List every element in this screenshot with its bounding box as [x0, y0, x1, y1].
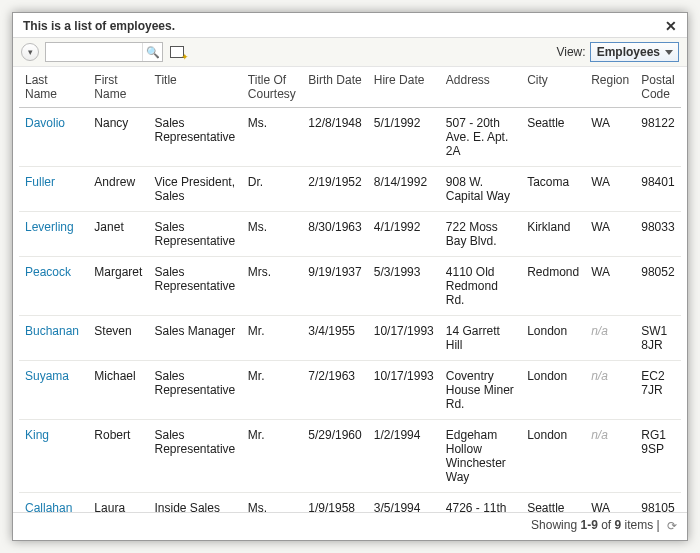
cell-hire: 10/17/1993: [368, 361, 440, 420]
row-link[interactable]: Buchanan: [25, 324, 79, 338]
column-header[interactable]: Birth Date: [302, 67, 367, 108]
cell-birth: 5/29/1960: [302, 420, 367, 493]
cell-title: Sales Representative: [149, 361, 242, 420]
cell-first-name: Robert: [88, 420, 148, 493]
cell-hire: 3/5/1994: [368, 493, 440, 513]
toolbar: ▾ 🔍 View: Employees: [13, 38, 687, 67]
cell-last-name[interactable]: Callahan: [19, 493, 88, 513]
cell-last-name[interactable]: Fuller: [19, 167, 88, 212]
cell-birth: 1/9/1958: [302, 493, 367, 513]
row-link[interactable]: Fuller: [25, 175, 55, 189]
view-select-value: Employees: [597, 45, 660, 59]
employees-table: Last NameFirst NameTitleTitle Of Courtes…: [19, 67, 681, 512]
cell-last-name[interactable]: Leverling: [19, 212, 88, 257]
close-icon[interactable]: ✕: [665, 19, 677, 33]
cell-last-name[interactable]: Peacock: [19, 257, 88, 316]
cell-first-name: Laura: [88, 493, 148, 513]
cell-first-name: Margaret: [88, 257, 148, 316]
footer-suffix: items |: [621, 518, 659, 532]
row-link[interactable]: Callahan: [25, 501, 72, 512]
cell-courtesy: Dr.: [242, 167, 303, 212]
row-link[interactable]: King: [25, 428, 49, 442]
table-row: SuyamaMichaelSales RepresentativeMr.7/2/…: [19, 361, 681, 420]
cell-courtesy: Mr.: [242, 361, 303, 420]
view-select[interactable]: Employees: [590, 42, 679, 62]
table-row: LeverlingJanetSales RepresentativeMs.8/3…: [19, 212, 681, 257]
table-header: Last NameFirst NameTitleTitle Of Courtes…: [19, 67, 681, 108]
cell-postal: RG1 9SP: [635, 420, 681, 493]
cell-region: n/a: [585, 361, 635, 420]
cell-address: 908 W. Capital Way: [440, 167, 521, 212]
column-header[interactable]: Title: [149, 67, 242, 108]
cell-city: Seattle: [521, 493, 585, 513]
new-record-icon[interactable]: [169, 44, 187, 60]
footer: Showing 1-9 of 9 items | ⟳: [13, 512, 687, 540]
column-header[interactable]: First Name: [88, 67, 148, 108]
cell-region: WA: [585, 212, 635, 257]
cell-city: Tacoma: [521, 167, 585, 212]
cell-first-name: Steven: [88, 316, 148, 361]
view-label: View:: [556, 45, 585, 59]
footer-prefix: Showing: [531, 518, 580, 532]
footer-of: of: [598, 518, 615, 532]
row-link[interactable]: Peacock: [25, 265, 71, 279]
cell-title: Vice President, Sales: [149, 167, 242, 212]
cell-address: 4110 Old Redmond Rd.: [440, 257, 521, 316]
cell-address: 14 Garrett Hill: [440, 316, 521, 361]
column-header[interactable]: Last Name: [19, 67, 88, 108]
column-header[interactable]: Title Of Courtesy: [242, 67, 303, 108]
table-row: FullerAndrewVice President, SalesDr.2/19…: [19, 167, 681, 212]
cell-courtesy: Mr.: [242, 420, 303, 493]
cell-title: Sales Manager: [149, 316, 242, 361]
cell-postal: EC2 7JR: [635, 361, 681, 420]
cell-city: London: [521, 420, 585, 493]
column-header[interactable]: Postal Code: [635, 67, 681, 108]
search-input[interactable]: [46, 43, 142, 61]
table-row: CallahanLauraInside Sales CoordinatorMs.…: [19, 493, 681, 513]
table-row: DavolioNancySales RepresentativeMs.12/8/…: [19, 108, 681, 167]
table-row: PeacockMargaretSales RepresentativeMrs.9…: [19, 257, 681, 316]
refresh-icon[interactable]: ⟳: [667, 519, 677, 533]
cell-address: Coventry House Miner Rd.: [440, 361, 521, 420]
cell-courtesy: Mrs.: [242, 257, 303, 316]
column-header[interactable]: Region: [585, 67, 635, 108]
cell-city: Kirkland: [521, 212, 585, 257]
row-link[interactable]: Davolio: [25, 116, 65, 130]
cell-first-name: Michael: [88, 361, 148, 420]
cell-city: Redmond: [521, 257, 585, 316]
cell-address: 507 - 20th Ave. E. Apt. 2A: [440, 108, 521, 167]
cell-courtesy: Ms.: [242, 212, 303, 257]
row-link[interactable]: Leverling: [25, 220, 74, 234]
cell-address: Edgeham Hollow Winchester Way: [440, 420, 521, 493]
cell-courtesy: Mr.: [242, 316, 303, 361]
column-header[interactable]: Hire Date: [368, 67, 440, 108]
cell-last-name[interactable]: Buchanan: [19, 316, 88, 361]
view-selector-area: View: Employees: [556, 42, 679, 62]
cell-last-name[interactable]: Davolio: [19, 108, 88, 167]
cell-postal: 98401: [635, 167, 681, 212]
column-header[interactable]: City: [521, 67, 585, 108]
cell-city: Seattle: [521, 108, 585, 167]
cell-region: WA: [585, 108, 635, 167]
cell-birth: 3/4/1955: [302, 316, 367, 361]
cell-birth: 12/8/1948: [302, 108, 367, 167]
row-link[interactable]: Suyama: [25, 369, 69, 383]
footer-range: 1-9: [580, 518, 597, 532]
cell-title: Inside Sales Coordinator: [149, 493, 242, 513]
chevron-down-icon: ▾: [28, 47, 33, 57]
cell-hire: 5/3/1993: [368, 257, 440, 316]
cell-last-name[interactable]: King: [19, 420, 88, 493]
cell-city: London: [521, 316, 585, 361]
search-icon[interactable]: 🔍: [142, 43, 162, 61]
cell-first-name: Andrew: [88, 167, 148, 212]
cell-region: WA: [585, 257, 635, 316]
cell-title: Sales Representative: [149, 420, 242, 493]
cell-hire: 5/1/1992: [368, 108, 440, 167]
column-header[interactable]: Address: [440, 67, 521, 108]
cell-last-name[interactable]: Suyama: [19, 361, 88, 420]
expand-toggle-button[interactable]: ▾: [21, 43, 39, 61]
titlebar: This is a list of employees. ✕: [13, 13, 687, 38]
title-text: This is a list of employees.: [23, 19, 175, 33]
cell-hire: 1/2/1994: [368, 420, 440, 493]
data-grid: Last NameFirst NameTitleTitle Of Courtes…: [13, 67, 687, 512]
